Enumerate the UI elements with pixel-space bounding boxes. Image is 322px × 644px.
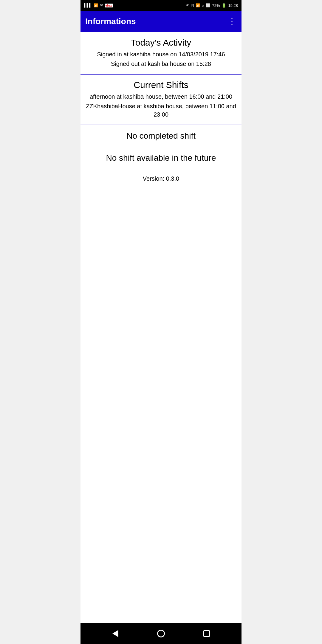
no-completed-shift-section: No completed shift: [80, 125, 242, 147]
content-area: Today's Activity Signed in at kashiba ho…: [80, 32, 242, 623]
status-left: ▌▌▌ 📶 ✉ ebay: [84, 3, 113, 7]
shift1-text: afternoon at kashiba house, between 16:0…: [85, 92, 237, 101]
home-button[interactable]: [154, 627, 168, 640]
version-section: Version: 0.3.0: [80, 169, 242, 188]
signal-icon: ▌▌▌: [84, 3, 92, 7]
wifi-icon: 📶: [94, 3, 98, 7]
nfc-icon: N: [191, 3, 194, 7]
shift2-text: ZZKhashibaHouse at kashiba house, betwee…: [85, 102, 237, 119]
battery-percent: 72%: [212, 3, 220, 8]
bottom-nav: [80, 623, 242, 644]
location-icon: ⌕: [202, 3, 204, 7]
more-vert-icon[interactable]: ⋮: [228, 17, 237, 26]
sign-in-text: Signed in at kashiba house on 14/03/2019…: [85, 50, 237, 58]
no-future-shift-text: No shift available in the future: [85, 153, 237, 163]
today-activity-title: Today's Activity: [85, 38, 237, 48]
current-shifts-section: Current Shifts afternoon at kashiba hous…: [80, 75, 242, 125]
battery-icon: 🔋: [222, 3, 226, 8]
recents-icon: [203, 630, 210, 637]
recents-button[interactable]: [200, 627, 213, 640]
ebay-icon: ebay: [105, 4, 113, 7]
no-completed-shift-text: No completed shift: [85, 131, 237, 141]
status-bar: ▌▌▌ 📶 ✉ ebay 👁 N 📶 ⌕ ⬜ 72% 🔋 15:28: [80, 0, 242, 11]
home-icon: [157, 630, 165, 637]
app-bar: Informations ⋮: [80, 11, 242, 32]
status-right: 👁 N 📶 ⌕ ⬜ 72% 🔋 15:28: [186, 3, 238, 8]
vibrate-icon: ⬜: [206, 3, 210, 7]
today-activity-section: Today's Activity Signed in at kashiba ho…: [80, 32, 242, 75]
current-shifts-title: Current Shifts: [85, 80, 237, 90]
page-title: Informations: [85, 17, 136, 26]
clock: 15:28: [228, 3, 238, 8]
bluetooth-icon: 📶: [196, 3, 200, 7]
back-button[interactable]: [109, 627, 122, 640]
mail-icon: ✉: [100, 3, 103, 7]
no-future-shift-section: No shift available in the future: [80, 147, 242, 169]
version-text: Version: 0.3.0: [85, 175, 237, 182]
eye-icon: 👁: [186, 3, 190, 7]
sign-out-text: Signed out at kashiba house on 15:28: [85, 60, 237, 68]
back-icon: [112, 630, 118, 637]
